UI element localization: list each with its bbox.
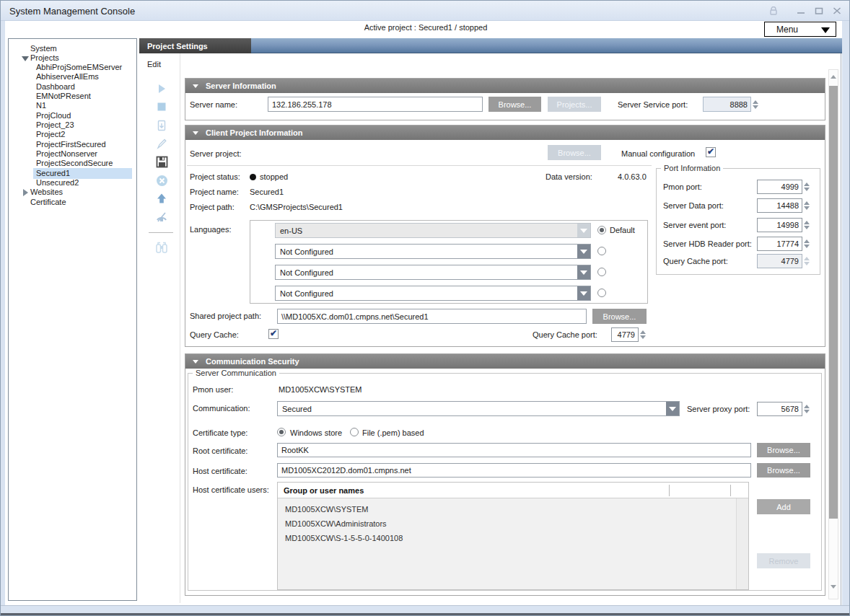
tree-item-emnotpresent[interactable]: EMNotPResent — [9, 92, 136, 102]
server-proxy-port-spinner[interactable]: 5678 — [757, 402, 811, 416]
add-user-button[interactable]: Add — [757, 499, 810, 514]
client-project-information-header[interactable]: Client Project Information — [185, 126, 825, 140]
chevron-down-icon[interactable] — [577, 224, 590, 237]
table-row[interactable]: MD1005XCW\SYSTEM — [285, 505, 369, 514]
content-scrollbar-thumb[interactable] — [829, 86, 838, 519]
server-hdb-reader-port-spinner[interactable]: 17774 — [757, 237, 811, 251]
expanded-arrow-icon[interactable] — [22, 56, 29, 61]
find-button[interactable] — [154, 240, 169, 255]
language-dropdown-3[interactable]: Not Configured — [275, 265, 591, 280]
file-pem-label: File (.pem) based — [362, 428, 424, 437]
edit-pen-button[interactable] — [154, 136, 169, 151]
close-button[interactable] — [831, 5, 844, 17]
tree-item-projcloud[interactable]: ProjCloud — [9, 111, 136, 121]
host-certificate-users-table[interactable]: Group or user names MD1005XCW\SYSTEM MD1… — [277, 482, 749, 590]
cancel-button[interactable] — [154, 173, 169, 188]
play-icon — [156, 83, 167, 94]
tree-item-projectfirstsecured[interactable]: ProjectFirstSecured — [9, 140, 136, 150]
spinner-arrows[interactable] — [802, 198, 811, 213]
chevron-down-icon — [821, 27, 830, 33]
scrollbar-up-arrow[interactable] — [831, 75, 836, 79]
manual-configuration-checkbox[interactable] — [706, 147, 716, 157]
language-dropdown-2[interactable]: Not Configured — [275, 244, 591, 259]
server-name-browse-button[interactable]: Browse... — [488, 97, 541, 112]
table-row[interactable]: MD1005XCW\Administrators — [285, 519, 387, 528]
default-language-radio-1[interactable] — [597, 226, 606, 234]
minimize-button[interactable] — [794, 5, 807, 17]
default-language-radio-2[interactable] — [597, 247, 606, 255]
tree-item-websites[interactable]: Websites — [9, 188, 136, 198]
chevron-down-icon[interactable] — [577, 286, 590, 300]
chevron-down-icon[interactable] — [577, 265, 590, 279]
tree-item-system[interactable]: System — [9, 44, 136, 54]
edit-menu[interactable]: Edit — [147, 60, 161, 69]
spinner-arrows[interactable] — [802, 402, 811, 416]
tree-item-dashboard[interactable]: Dashboard — [9, 82, 136, 92]
project-name-value: Secured1 — [250, 188, 284, 196]
file-pem-radio[interactable] — [350, 428, 359, 436]
tree-item-abhiserverallems[interactable]: AbhiserverAllEms — [9, 72, 136, 82]
stop-button[interactable] — [154, 100, 169, 114]
column-separator[interactable] — [730, 485, 731, 496]
disconnect-button[interactable] — [154, 210, 169, 224]
tree-item-certificate[interactable]: Certificate — [9, 198, 136, 208]
save-button[interactable] — [154, 154, 169, 169]
server-data-port-spinner[interactable]: 14488 — [757, 198, 811, 213]
play-button[interactable] — [154, 82, 169, 96]
scrollbar-down-arrow[interactable] — [831, 585, 836, 589]
host-certificate-input[interactable]: MD1005XC2012D.dom01.cmpns.net — [277, 463, 751, 478]
chevron-down-icon[interactable] — [666, 402, 679, 415]
projects-button[interactable]: Projects... — [548, 97, 601, 112]
server-event-port-spinner[interactable]: 14998 — [757, 218, 811, 232]
query-cache-checkbox[interactable] — [268, 329, 279, 339]
tree-item-secured1[interactable]: Secured1 — [9, 169, 136, 179]
spinner-arrows — [802, 254, 811, 268]
communication-label: Communication: — [193, 404, 250, 413]
server-service-port-value[interactable]: 8888 — [703, 97, 751, 112]
users-table-header[interactable]: Group or user names — [278, 483, 748, 498]
tree-item-projectsecondsecure[interactable]: ProjectSecondSecure — [9, 159, 136, 169]
spinner-arrows[interactable] — [751, 97, 760, 112]
default-language-radio-3[interactable] — [597, 268, 606, 276]
root-certificate-browse-button[interactable]: Browse... — [757, 443, 810, 457]
spinner-arrows[interactable] — [802, 237, 811, 251]
menu-button[interactable]: Menu — [764, 22, 836, 37]
collapsed-arrow-icon[interactable] — [23, 189, 28, 196]
upload-button[interactable] — [154, 191, 169, 206]
tree-item-project2[interactable]: Project2 — [9, 130, 136, 140]
language-dropdown-1[interactable]: en-US — [275, 223, 591, 238]
communication-security-header[interactable]: Communication Security — [185, 354, 825, 369]
root-certificate-input[interactable]: RootKK — [277, 443, 751, 457]
shared-project-path-input[interactable]: \\MD1005XC.dom01.cmpns.net\Secured1 — [277, 309, 587, 324]
spinner-arrows[interactable] — [639, 327, 647, 342]
query-cache-port-spinner[interactable]: 4779 — [611, 327, 647, 342]
tree-item-projects[interactable]: Projects — [9, 53, 136, 63]
maximize-button[interactable] — [812, 5, 825, 17]
server-service-port-spinner[interactable]: 8888 — [703, 97, 760, 112]
column-separator[interactable] — [669, 485, 670, 496]
tree-item-unsecured2[interactable]: Unsecured2 — [9, 178, 136, 188]
remove-user-button[interactable]: Remove — [757, 553, 810, 568]
table-scrollbar-track[interactable] — [736, 498, 748, 589]
spinner-arrows[interactable] — [802, 218, 811, 232]
communication-dropdown[interactable]: Secured — [277, 401, 680, 416]
export-project-button[interactable] — [154, 118, 169, 133]
tree-item-project-23[interactable]: Project_23 — [9, 120, 136, 131]
server-project-browse-button[interactable]: Browse... — [548, 145, 601, 160]
table-row[interactable]: MD1005XCW\S-1-5-5-0-1400108 — [285, 534, 403, 542]
tab-project-settings[interactable]: Project Settings — [139, 38, 251, 53]
default-language-radio-4[interactable] — [597, 289, 606, 297]
server-name-input[interactable]: 132.186.255.178 — [268, 97, 483, 112]
shared-path-browse-button[interactable]: Browse... — [592, 309, 647, 324]
spinner-arrows[interactable] — [802, 180, 811, 194]
tree-item-abhiprojsomeemserver[interactable]: AbhiProjSomeEMServer — [9, 63, 136, 73]
chevron-down-icon[interactable] — [577, 245, 590, 258]
tree-item-projectnonserver[interactable]: ProjectNonserver — [9, 149, 136, 159]
host-certificate-browse-button[interactable]: Browse... — [757, 463, 810, 478]
pmon-port-spinner[interactable]: 4999 — [757, 180, 811, 194]
tree-item-n1[interactable]: N1 — [9, 101, 136, 111]
server-information-header[interactable]: Server Information — [185, 79, 825, 93]
windows-store-radio[interactable] — [277, 428, 286, 436]
language-dropdown-4[interactable]: Not Configured — [275, 286, 591, 301]
save-icon — [156, 156, 168, 168]
